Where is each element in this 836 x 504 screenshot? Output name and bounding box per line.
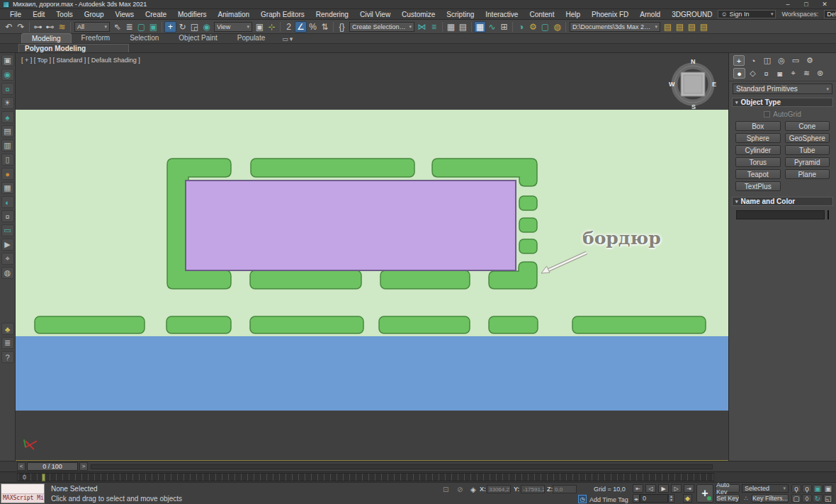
portrait-icon[interactable]: ▯ — [1, 154, 14, 166]
fire-icon[interactable]: ● — [1, 168, 14, 180]
menu-customize[interactable]: Customize — [396, 10, 441, 19]
next-frame-button[interactable]: ▷ — [671, 484, 682, 493]
edit-named-selection-sets-icon[interactable]: {} — [336, 21, 348, 33]
tree-icon[interactable]: ♠ — [1, 111, 14, 123]
toggle-scene-explorer-icon[interactable]: ▦ — [445, 21, 457, 33]
zoom-extents-icon[interactable]: ▣ — [813, 484, 823, 493]
key-step-arrows-icon[interactable]: ◂▸ — [633, 494, 640, 503]
viewport-label[interactable]: [ + ] [ Top ] [ Standard ] [ Default Sha… — [21, 57, 140, 64]
current-frame-field[interactable]: 0 — [640, 494, 668, 503]
go-to-end-button[interactable]: ⇥ — [684, 484, 694, 493]
utilities-tab-icon[interactable]: ⚙ — [804, 55, 815, 66]
polygon-modeling-panel[interactable]: Polygon Modeling — [18, 44, 129, 52]
material-editor-icon[interactable]: ◑ — [515, 21, 527, 33]
named-selection-sets-dropdown[interactable]: Create Selection Se▾ — [349, 22, 414, 32]
next-frame-arrow[interactable]: > — [79, 462, 88, 471]
set-keys-button[interactable]: + — [696, 484, 713, 503]
menu-3dground[interactable]: 3DGROUND — [666, 10, 718, 19]
orbit-icon[interactable]: ↻ — [813, 494, 823, 503]
object-type-teapot[interactable]: Teapot — [735, 169, 781, 179]
link-project-folder-icon[interactable]: ▤ — [698, 21, 710, 33]
schematic-view-icon[interactable]: ⊞ — [498, 21, 510, 33]
toggle-ribbon-icon[interactable]: ▦ — [474, 21, 486, 33]
go-to-start-button[interactable]: ⇤ — [633, 484, 643, 493]
spinner-snap-toggle-icon[interactable]: ⇅ — [319, 21, 331, 33]
object-type-torus[interactable]: Torus — [735, 157, 781, 167]
menu-rendering[interactable]: Rendering — [310, 10, 354, 19]
book-icon[interactable]: ▥ — [1, 139, 14, 151]
object-type-cylinder[interactable]: Cylinder — [735, 145, 781, 155]
key-filters-icon[interactable]: ∴ — [742, 494, 750, 503]
snap-toggle-2d-icon[interactable]: 2 — [283, 21, 295, 33]
x-coordinate-field[interactable]: 33064,273 — [487, 485, 511, 493]
image-icon[interactable]: ▤ — [1, 125, 14, 137]
modify-tab-icon[interactable]: ◔ — [747, 55, 759, 66]
maximize-button[interactable]: □ — [802, 1, 810, 8]
object-type-rollout[interactable]: ▾ Object Type — [732, 98, 833, 107]
select-by-name-icon[interactable]: ≣ — [123, 21, 135, 33]
list-icon[interactable]: ≣ — [1, 337, 14, 349]
select-and-scale-icon[interactable]: ◲ — [188, 21, 200, 33]
video-player-icon[interactable]: ▶ — [1, 239, 14, 251]
camera-keyframe-icon[interactable]: ◉ — [1, 69, 14, 81]
project-folder-dropdown[interactable]: D:\Documents\3ds Max 2021▾ — [570, 22, 660, 32]
key-mode-toggle-icon[interactable]: ◆ — [683, 494, 692, 503]
ribbon-tab-object-paint[interactable]: Object Paint — [169, 33, 227, 43]
zoom-extents-all-icon[interactable]: ▣ — [823, 484, 833, 493]
select-and-rotate-icon[interactable]: ↻ — [176, 21, 188, 33]
select-and-manipulate-icon[interactable]: ⊹ — [266, 21, 278, 33]
autogrid-checkbox[interactable] — [764, 111, 770, 118]
ribbon-tab-populate[interactable]: Populate — [227, 33, 275, 43]
object-type-tube[interactable]: Tube — [785, 145, 830, 155]
geometry-category-icon[interactable]: ● — [733, 68, 745, 79]
name-color-rollout[interactable]: ▾ Name and Color — [732, 197, 833, 206]
select-and-move-icon[interactable]: + — [164, 21, 176, 33]
help-icon[interactable]: ? — [1, 351, 14, 363]
menu-tools[interactable]: Tools — [50, 10, 78, 19]
menu-content[interactable]: Content — [524, 10, 560, 19]
ribbon-tab-selection[interactable]: Selection — [120, 33, 169, 43]
menu-views[interactable]: Views — [110, 10, 140, 19]
selection-filter-dropdown[interactable]: All▾ — [74, 22, 110, 32]
viewcube[interactable]: N E S W — [667, 59, 718, 110]
set-key-button[interactable]: Set Key — [716, 494, 740, 503]
selection-set-dropdown[interactable]: Selected ▾ — [742, 484, 789, 493]
lightbulb-icon[interactable]: ¤ — [1, 83, 14, 95]
object-type-pyramid[interactable]: Pyramid — [785, 157, 830, 167]
select-and-link-icon[interactable]: ⊶ — [32, 21, 44, 33]
menu-arnold[interactable]: Arnold — [634, 10, 666, 19]
y-coordinate-field[interactable]: -17591,29 — [521, 485, 545, 493]
forest-icon[interactable]: ♣ — [1, 323, 14, 335]
frame-spinner-arrows[interactable]: ▲▼ — [668, 494, 674, 503]
viewcube-north[interactable]: N — [691, 58, 696, 65]
menu-help[interactable]: Help — [560, 10, 586, 19]
workspace-dropdown[interactable]: Default ▾ — [824, 10, 836, 18]
viewport[interactable]: [ + ] [ Top ] [ Standard ] [ Default Sha… — [16, 53, 728, 461]
current-frame-marker[interactable] — [42, 474, 45, 481]
menu-civil-view[interactable]: Civil View — [354, 10, 396, 19]
ribbon-tab-freeform[interactable]: Freeform — [72, 33, 120, 43]
layers-icon[interactable]: ▦ — [1, 182, 14, 194]
menu-scripting[interactable]: Scripting — [441, 10, 480, 19]
curve-editor-icon[interactable]: ∿ — [486, 21, 498, 33]
render-production-icon[interactable]: ◍ — [551, 21, 563, 33]
lamp-icon[interactable]: ¤ — [1, 210, 14, 222]
zoom-region-icon[interactable]: ▢ — [791, 494, 801, 503]
object-name-field[interactable] — [736, 210, 825, 219]
minimize-button[interactable]: – — [784, 1, 792, 8]
redo-icon[interactable]: ↷ — [15, 21, 27, 33]
track-bar-ruler[interactable] — [17, 473, 714, 481]
auto-key-button[interactable]: Auto Key — [716, 484, 740, 493]
menu-edit[interactable]: Edit — [27, 10, 50, 19]
menu-animation[interactable]: Animation — [213, 10, 255, 19]
select-and-place-icon[interactable]: ◉ — [200, 21, 213, 33]
zoom-icon[interactable]: ϙ — [791, 484, 801, 493]
save-project-folder-icon[interactable]: ▤ — [686, 21, 698, 33]
cameras-category-icon[interactable]: ◙ — [774, 68, 786, 79]
render-setup-icon[interactable]: ⚙ — [527, 21, 539, 33]
sun-icon[interactable]: ☀ — [1, 97, 14, 109]
helpers-category-icon[interactable]: ⌖ — [787, 68, 799, 79]
object-type-sphere[interactable]: Sphere — [735, 133, 781, 143]
viewcube-east[interactable]: E — [712, 81, 716, 88]
use-pivot-point-center-icon[interactable]: ▣ — [254, 21, 266, 33]
